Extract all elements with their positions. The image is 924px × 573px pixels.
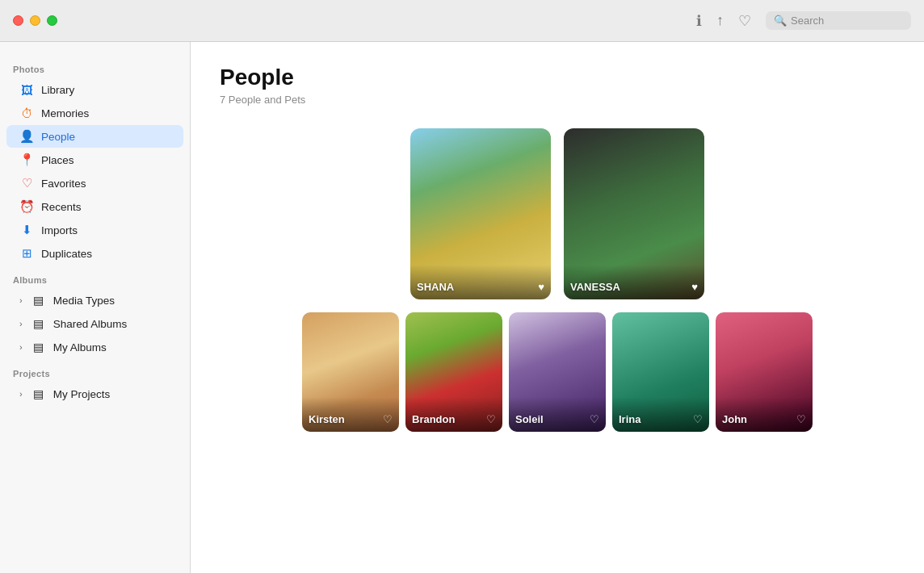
sidebar-item-people[interactable]: 👤 People bbox=[6, 125, 183, 148]
sidebar-item-label: Library bbox=[41, 84, 74, 96]
sidebar-item-my-projects[interactable]: › ▤ My Projects bbox=[6, 383, 183, 405]
duplicates-icon: ⊞ bbox=[19, 246, 34, 261]
sidebar-item-media-types[interactable]: › ▤ Media Types bbox=[6, 289, 183, 312]
chevron-icon: › bbox=[19, 342, 23, 352]
media-types-icon: ▤ bbox=[32, 293, 46, 307]
heart-icon-vanessa[interactable]: ♥ bbox=[691, 281, 698, 293]
person-card-kirsten[interactable]: Kirsten ♡ bbox=[302, 312, 399, 432]
heart-toolbar-icon[interactable]: ♡ bbox=[738, 12, 751, 30]
person-card-soleil[interactable]: Soleil ♡ bbox=[509, 312, 606, 432]
people-grid-top: SHANA ♥ VANESSA ♥ bbox=[220, 128, 895, 299]
heart-icon-kirsten[interactable]: ♡ bbox=[383, 413, 393, 425]
heart-icon-irina[interactable]: ♡ bbox=[693, 413, 703, 425]
sidebar-item-label: People bbox=[41, 131, 75, 143]
sidebar-item-places[interactable]: 📍 Places bbox=[6, 148, 183, 171]
projects-section-label: Projects bbox=[0, 359, 190, 382]
person-name-brandon: Brandon bbox=[412, 413, 455, 425]
person-overlay-shana: SHANA ♥ bbox=[410, 265, 551, 299]
chevron-icon: › bbox=[19, 389, 23, 399]
person-overlay-vanessa: VANESSA ♥ bbox=[564, 265, 704, 299]
person-overlay-brandon: Brandon ♡ bbox=[405, 397, 502, 432]
person-overlay-kirsten: Kirsten ♡ bbox=[302, 397, 399, 432]
fullscreen-button[interactable] bbox=[47, 15, 57, 26]
recents-icon: ⏰ bbox=[19, 199, 34, 214]
photos-section-label: Photos bbox=[0, 55, 190, 77]
person-name-kirsten: Kirsten bbox=[309, 413, 345, 425]
person-card-shana[interactable]: SHANA ♥ bbox=[410, 128, 551, 299]
person-name-john: John bbox=[722, 413, 747, 425]
titlebar: ℹ ↑ ♡ 🔍 bbox=[0, 0, 924, 42]
person-card-vanessa[interactable]: VANESSA ♥ bbox=[564, 128, 704, 299]
app-body: Photos 🖼 Library ⏱ Memories 👤 People 📍 P… bbox=[0, 42, 924, 573]
close-button[interactable] bbox=[13, 15, 23, 26]
my-albums-icon: ▤ bbox=[32, 340, 46, 354]
person-card-irina[interactable]: Irina ♡ bbox=[612, 312, 709, 432]
sidebar-item-label: Media Types bbox=[53, 295, 115, 307]
memories-icon: ⏱ bbox=[19, 106, 34, 120]
traffic-lights bbox=[13, 15, 57, 26]
sidebar-item-label: Memories bbox=[41, 107, 89, 119]
sidebar-item-my-albums[interactable]: › ▤ My Albums bbox=[6, 336, 183, 358]
sidebar-item-label: Imports bbox=[41, 224, 78, 236]
sidebar-item-label: Recents bbox=[41, 201, 82, 213]
person-overlay-irina: Irina ♡ bbox=[612, 397, 709, 432]
places-icon: 📍 bbox=[19, 153, 34, 167]
sidebar-item-favorites[interactable]: ♡ Favorites bbox=[6, 172, 183, 194]
sidebar-item-label: Shared Albums bbox=[53, 318, 128, 330]
people-grid-bottom: Kirsten ♡ Brandon ♡ Soleil ♡ Irina bbox=[220, 312, 895, 432]
page-subtitle: 7 People and Pets bbox=[220, 94, 895, 106]
imports-icon: ⬇ bbox=[19, 223, 34, 237]
person-overlay-john: John ♡ bbox=[716, 397, 813, 432]
info-icon[interactable]: ℹ bbox=[696, 12, 702, 30]
person-card-brandon[interactable]: Brandon ♡ bbox=[405, 312, 502, 432]
heart-icon-brandon[interactable]: ♡ bbox=[486, 413, 496, 425]
search-bar[interactable]: 🔍 bbox=[766, 11, 911, 30]
library-icon: 🖼 bbox=[19, 82, 34, 97]
sidebar-item-label: Places bbox=[41, 154, 74, 166]
heart-icon-soleil[interactable]: ♡ bbox=[590, 413, 599, 425]
toolbar-actions: ℹ ↑ ♡ 🔍 bbox=[696, 11, 911, 30]
person-card-john[interactable]: John ♡ bbox=[716, 312, 813, 432]
sidebar-item-shared-albums[interactable]: › ▤ Shared Albums bbox=[6, 312, 183, 335]
favorites-icon: ♡ bbox=[19, 176, 34, 190]
heart-icon-john[interactable]: ♡ bbox=[796, 413, 806, 425]
shared-albums-icon: ▤ bbox=[32, 316, 46, 331]
page-title: People bbox=[220, 65, 895, 90]
person-name-irina: Irina bbox=[619, 413, 640, 425]
my-projects-icon: ▤ bbox=[32, 387, 46, 401]
chevron-icon: › bbox=[19, 319, 23, 328]
person-name-soleil: Soleil bbox=[515, 413, 544, 425]
heart-icon-shana[interactable]: ♥ bbox=[538, 281, 544, 293]
sidebar-item-label: Duplicates bbox=[41, 248, 92, 260]
sidebar-item-memories[interactable]: ⏱ Memories bbox=[6, 102, 183, 124]
sidebar: Photos 🖼 Library ⏱ Memories 👤 People 📍 P… bbox=[0, 42, 191, 573]
sidebar-item-label: My Albums bbox=[53, 341, 107, 353]
person-name-shana: SHANA bbox=[417, 281, 454, 293]
chevron-icon: › bbox=[19, 295, 23, 305]
main-content: People 7 People and Pets SHANA ♥ VANESSA… bbox=[191, 42, 924, 573]
sidebar-item-label: My Projects bbox=[53, 388, 111, 400]
person-overlay-soleil: Soleil ♡ bbox=[509, 397, 606, 432]
share-icon[interactable]: ↑ bbox=[716, 12, 724, 29]
sidebar-item-library[interactable]: 🖼 Library bbox=[6, 78, 183, 101]
sidebar-item-duplicates[interactable]: ⊞ Duplicates bbox=[6, 242, 183, 265]
person-name-vanessa: VANESSA bbox=[570, 281, 620, 293]
sidebar-item-imports[interactable]: ⬇ Imports bbox=[6, 219, 183, 241]
sidebar-item-recents[interactable]: ⏰ Recents bbox=[6, 195, 183, 218]
albums-section-label: Albums bbox=[0, 266, 190, 288]
people-icon: 👤 bbox=[19, 129, 34, 144]
minimize-button[interactable] bbox=[30, 15, 40, 26]
sidebar-item-label: Favorites bbox=[41, 178, 86, 190]
search-input[interactable] bbox=[791, 15, 896, 27]
search-icon: 🔍 bbox=[774, 15, 787, 27]
